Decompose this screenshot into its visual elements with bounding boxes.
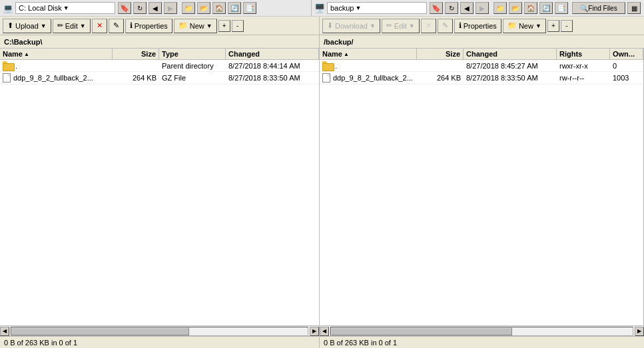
pane-container: Name ▲ Size Type Changed (0, 49, 644, 325)
left-collapse-btn[interactable]: - (232, 20, 244, 32)
right-rename-icon: ✎ (442, 21, 448, 30)
right-newfolder-btn[interactable]: 📂 (509, 2, 522, 14)
right-forward-btn[interactable]: ▶ (476, 2, 489, 14)
upload-btn[interactable]: ⬆ Upload ▼ (3, 19, 51, 33)
right-edit-btn[interactable]: ✏ Edit ▼ (382, 19, 420, 33)
right-col-rights-header[interactable]: Rights (557, 49, 610, 59)
left-row-1[interactable]: ddp_9_8_2_fullback_2... 264 KB GZ File 8… (0, 72, 319, 85)
left-pane: Name ▲ Size Type Changed (0, 49, 320, 325)
right-delete-btn[interactable]: ✕ (421, 19, 436, 33)
left-bookmark2-btn[interactable]: 📑 (243, 2, 256, 14)
right-back-btn[interactable]: ◀ (460, 2, 474, 14)
path-bar: C:\Backup\ /backup/ (0, 35, 644, 49)
right-rename-btn[interactable]: ✎ (438, 19, 453, 33)
upload-dropdown-arrow: ▼ (41, 23, 47, 29)
left-rename-icon: ✎ (113, 21, 119, 30)
right-row-0[interactable]: .. 8/27/2018 8:45:27 AM rwxr-xr-x 0 (320, 60, 643, 72)
left-new-btn[interactable]: 📁 New ▼ (174, 19, 217, 33)
right-hscroll-track[interactable] (330, 327, 633, 336)
left-col-size-header[interactable]: Size (113, 49, 159, 59)
right-home-btn[interactable]: 🏠 (524, 2, 537, 14)
left-file-table[interactable]: Name ▲ Size Type Changed (0, 49, 319, 325)
right-col-owner-header[interactable]: Own... (610, 49, 643, 59)
left-location-select[interactable]: C: Local Disk ▼ (15, 2, 115, 14)
left-forward-btn[interactable]: ▶ (164, 2, 177, 14)
left-refresh-btn[interactable]: ↻ (133, 2, 147, 14)
left-scroll-right[interactable]: ▶ (310, 327, 319, 336)
left-location-label: C: Local Disk (19, 4, 62, 12)
right-refresh-btn[interactable]: ↻ (445, 2, 458, 14)
left-bookmark-btn[interactable]: 🔖 (118, 2, 131, 14)
left-delete-icon: ✕ (97, 21, 103, 30)
left-row-0[interactable]: .. Parent directory 8/27/2018 8:44:14 AM (0, 60, 319, 72)
toolbar-row: ⬆ Upload ▼ ✏ Edit ▼ ✕ ✎ ℹ Properties 📁 N… (0, 17, 644, 35)
left-path: C:\Backup\ (0, 35, 320, 48)
left-cell-type-0: Parent directory (159, 61, 226, 71)
right-location-bar: 🖥️ backup ▼ 🔖 ↻ ◀ ▶ 📁 📂 🏠 🔄 📑 🔍 Find Fil… (312, 2, 644, 14)
right-row-1[interactable]: ddp_9_8_2_fullback_2... 264 KB 8/27/2018… (320, 72, 643, 85)
status-bar: 0 B of 263 KB in 0 of 1 0 B of 263 KB in… (0, 336, 644, 348)
right-name-sort-arrow: ▲ (344, 51, 349, 57)
download-icon: ⬇ (327, 21, 333, 30)
right-server-icon: 🖥️ (314, 3, 325, 13)
right-col-name-header[interactable]: Name ▲ (320, 49, 417, 59)
left-newfolder-btn[interactable]: 📂 (197, 2, 210, 14)
right-new-dropdown-arrow: ▼ (535, 23, 541, 29)
right-file-table[interactable]: Name ▲ Size Changed Rights Own... (320, 49, 643, 325)
right-delete-icon: ✕ (426, 21, 432, 30)
right-new-btn[interactable]: 📁 New ▼ (503, 19, 546, 33)
right-scroll-left[interactable]: ◀ (320, 327, 329, 336)
left-hscroll-track[interactable] (11, 327, 308, 336)
left-folder-up-icon-0 (3, 61, 13, 70)
right-scroll-right[interactable]: ▶ (635, 327, 644, 336)
right-bookmark2-btn[interactable]: 📑 (555, 2, 568, 14)
left-col-type-header[interactable]: Type (159, 49, 226, 59)
right-cell-size-1: 264 KB (417, 73, 464, 83)
left-status-text: 0 B of 263 KB in 0 of 1 (4, 339, 77, 347)
right-file-icon-1 (322, 73, 330, 83)
right-scrollbar: ◀ ▶ (320, 326, 644, 336)
right-collapse-btn[interactable]: - (561, 20, 573, 32)
right-folder-btn[interactable]: 📁 (493, 2, 507, 14)
right-status-text: 0 B of 263 KB in 0 of 1 (324, 339, 397, 347)
left-dropdown-arrow: ▼ (63, 5, 69, 11)
top-bar: 💻 C: Local Disk ▼ 🔖 ↻ ◀ ▶ 📁 📂 🏠 🔄 📑 🖥️ (0, 0, 644, 17)
right-expand-btn[interactable]: + (547, 20, 559, 32)
right-extra-btn[interactable]: ▦ (627, 2, 641, 14)
download-dropdown-arrow: ▼ (370, 23, 376, 29)
right-hscroll-thumb[interactable] (331, 327, 512, 335)
right-col-changed-header[interactable]: Changed (464, 49, 557, 59)
right-bookmark-btn[interactable]: 🔖 (430, 2, 443, 14)
left-cell-type-1: GZ File (159, 73, 226, 83)
left-properties-btn[interactable]: ℹ Properties (125, 19, 172, 33)
right-location-label: backup (330, 4, 354, 12)
left-col-name-header[interactable]: Name ▲ (0, 49, 113, 59)
right-col-size-header[interactable]: Size (417, 49, 464, 59)
left-name-sort-arrow: ▲ (24, 51, 29, 57)
left-col-changed-header[interactable]: Changed (226, 49, 319, 59)
right-location-select[interactable]: backup ▼ (327, 2, 427, 14)
right-properties-btn[interactable]: ℹ Properties (454, 19, 501, 33)
app-container: 💻 C: Local Disk ▼ 🔖 ↻ ◀ ▶ 📁 📂 🏠 🔄 📑 🖥️ (0, 0, 644, 348)
left-home-btn[interactable]: 🏠 (212, 2, 226, 14)
left-cell-name-1: ddp_9_8_2_fullback_2... (0, 72, 113, 84)
download-btn[interactable]: ⬇ Download ▼ (322, 19, 380, 33)
left-delete-btn[interactable]: ✕ (92, 19, 107, 33)
left-cell-size-1: 264 KB (113, 73, 159, 83)
left-hscroll-thumb[interactable] (11, 327, 189, 335)
left-expand-btn[interactable]: + (218, 20, 230, 32)
left-back-btn[interactable]: ◀ (149, 2, 162, 14)
left-folder-btn[interactable]: 📁 (182, 2, 195, 14)
left-rename-btn[interactable]: ✎ (109, 19, 124, 33)
left-scroll-left[interactable]: ◀ (0, 327, 9, 336)
right-reload-btn[interactable]: 🔄 (539, 2, 553, 14)
right-cell-rights-1: rw-r--r-- (557, 73, 610, 83)
left-reload-btn[interactable]: 🔄 (228, 2, 241, 14)
find-files-btn[interactable]: 🔍 Find Files (572, 2, 625, 14)
left-cell-changed-1: 8/27/2018 8:33:50 AM (226, 73, 319, 83)
right-cell-changed-0: 8/27/2018 8:45:27 AM (464, 61, 557, 71)
right-cell-name-1: ddp_9_8_2_fullback_2... (320, 72, 417, 84)
left-edit-btn[interactable]: ✏ Edit ▼ (53, 19, 91, 33)
right-properties-icon: ℹ (459, 21, 462, 30)
right-toolbar: ⬇ Download ▼ ✏ Edit ▼ ✕ ✎ ℹ Properties 📁 (320, 19, 644, 33)
